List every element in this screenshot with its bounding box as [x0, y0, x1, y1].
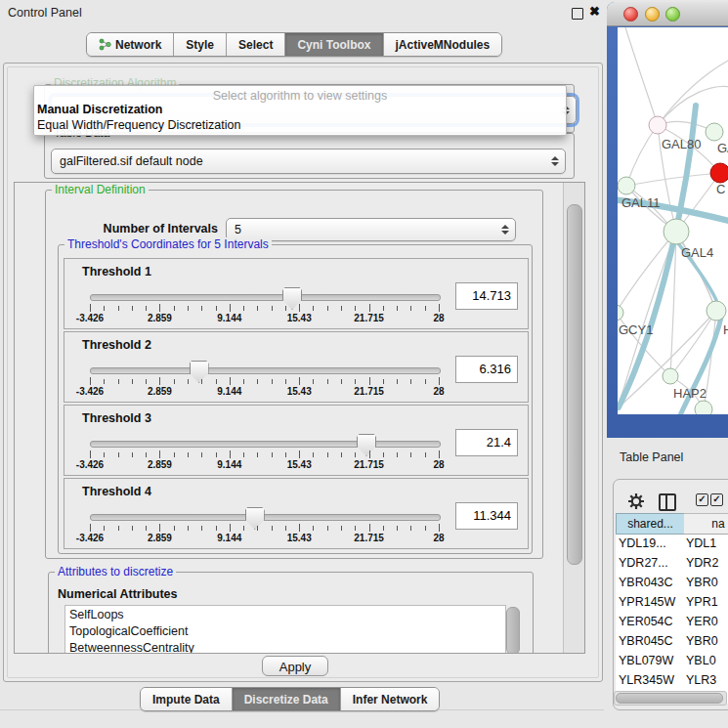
table-hscrollbar-track[interactable] [614, 691, 727, 706]
tick-mark [104, 526, 105, 531]
table-data-combobox[interactable]: galFiltered.sif default node [51, 149, 566, 174]
table-row[interactable]: YDR27...YDR2 [616, 553, 728, 573]
tick-label: 15.43 [270, 533, 328, 543]
cell-shared-name: YDL19... [619, 534, 666, 553]
tick-label: -3.426 [61, 459, 119, 470]
algorithm-option[interactable]: Equal Width/Frequency Discretization [37, 118, 240, 132]
float-window-icon[interactable] [572, 8, 583, 20]
dropdown-hint: Select algorithm to view settings [34, 89, 566, 103]
slider-track[interactable] [90, 441, 441, 448]
attribute-list-item[interactable]: TopologicalCoefficient [65, 622, 505, 639]
slider-track[interactable] [90, 294, 441, 301]
slider-track[interactable] [90, 367, 441, 374]
close-icon[interactable]: ✖ [589, 4, 600, 19]
checkbox-icon[interactable]: ✓ [696, 493, 708, 506]
tick-mark [397, 452, 398, 457]
attribute-list-item[interactable]: SelfLoops [65, 606, 505, 622]
close-traffic-light-icon[interactable] [623, 7, 638, 21]
tick-mark [327, 306, 328, 311]
threshold-value-field[interactable]: 21.4 [455, 429, 518, 456]
table-row[interactable]: YER054CYER0 [616, 612, 728, 631]
network-node[interactable] [649, 116, 666, 134]
node-table: shared... na YDL19...YDL1YDR27...YDR2YBR… [616, 513, 728, 704]
network-graph: GAL80GACGAL11GAL4GCY1HHAP2 [618, 27, 728, 414]
threshold-label: Threshold 2 [82, 338, 151, 352]
slider-thumb[interactable] [245, 507, 265, 530]
tick-mark [341, 526, 342, 531]
tick-mark [243, 526, 244, 531]
tick-mark [90, 377, 91, 385]
table-panel-title: Table Panel [620, 450, 683, 464]
panel-title: Control Panel [8, 6, 82, 20]
tick-mark [327, 452, 328, 457]
threshold-value-field[interactable]: 6.316 [455, 356, 518, 383]
tick-mark [104, 452, 105, 457]
tab-network[interactable]: Network [87, 33, 173, 56]
tick-mark [272, 306, 273, 311]
tab-select[interactable]: Select [226, 33, 284, 56]
node-label: C [716, 182, 725, 196]
column-layout-icon[interactable] [659, 493, 676, 511]
tick-mark [272, 379, 273, 384]
table-row[interactable]: YBR043CYBR0 [616, 573, 728, 592]
tick-mark [327, 379, 328, 384]
tab-jactivemnodules[interactable]: jActiveMNodules [383, 33, 502, 56]
settings-scrollbar-track[interactable] [563, 183, 584, 653]
list-scrollbar-thumb[interactable] [506, 607, 520, 654]
tick-label: 15.43 [270, 459, 328, 470]
table-row[interactable]: YBL079WYBL0 [616, 651, 728, 670]
table-row[interactable]: YLR345WYLR3 [616, 670, 728, 690]
network-node[interactable] [707, 301, 726, 321]
network-node[interactable] [706, 123, 723, 141]
tab-discretize-data[interactable]: Discretize Data [232, 688, 340, 710]
settings-scrollbar-thumb[interactable] [567, 204, 582, 565]
network-node[interactable] [663, 368, 678, 384]
tab-style[interactable]: Style [173, 33, 226, 56]
table-row[interactable]: YBR045CYBR0 [616, 631, 728, 651]
algorithm-option[interactable]: Manual Discretization [37, 103, 163, 116]
tick-mark [425, 452, 426, 457]
checkbox-icon[interactable]: ✓ [710, 493, 723, 506]
network-node[interactable] [695, 401, 712, 414]
tick-mark [410, 306, 411, 311]
cell-name: YLR3 [686, 670, 716, 690]
tick-mark [397, 526, 398, 531]
column-header-shared[interactable]: shared... [616, 513, 685, 535]
tick-mark [285, 526, 286, 531]
minimize-traffic-light-icon[interactable] [645, 7, 660, 21]
network-node[interactable] [664, 219, 689, 244]
slider-track[interactable] [90, 514, 441, 521]
numerical-attributes-list[interactable]: SelfLoopsTopologicalCoefficientBetweenne… [64, 605, 506, 654]
slider-thumb[interactable] [190, 361, 209, 383]
top-tab-bar: NetworkStyleSelectCyni ToolboxjActiveMNo… [86, 32, 502, 57]
network-canvas[interactable]: GAL80GACGAL11GAL4GCY1HHAP2 [618, 27, 728, 414]
gear-icon[interactable] [626, 492, 646, 511]
network-window-titlebar[interactable] [607, 2, 728, 26]
combo-arrows-icon [500, 225, 509, 235]
tick-mark [201, 452, 202, 457]
tab-impute-data[interactable]: Impute Data [141, 688, 232, 710]
apply-button[interactable]: Apply [262, 656, 328, 676]
network-node[interactable] [710, 163, 728, 183]
tab-infer-network[interactable]: Infer Network [340, 688, 440, 710]
table-hscrollbar-thumb[interactable] [616, 693, 723, 704]
combo-arrows-icon [550, 156, 559, 166]
network-node[interactable] [618, 177, 635, 194]
column-header-name[interactable]: na [684, 513, 728, 535]
zoom-traffic-light-icon[interactable] [665, 7, 680, 21]
table-row[interactable]: YPR145WYPR1 [616, 592, 728, 612]
attribute-list-item[interactable]: BetweennessCentrality [65, 639, 505, 654]
tick-mark [355, 306, 356, 311]
slider-thumb[interactable] [357, 434, 376, 456]
network-node[interactable] [618, 305, 623, 321]
threshold-value-field[interactable]: 11.344 [455, 502, 518, 530]
tick-mark [285, 452, 286, 457]
tick-mark [174, 452, 175, 457]
cell-shared-name: YDR27... [619, 553, 668, 573]
tick-mark [159, 304, 160, 312]
threshold-value-field[interactable]: 14.713 [455, 282, 518, 310]
cell-name: YBR0 [686, 573, 718, 592]
algorithm-dropdown-popup: Select algorithm to view settings Manual… [33, 85, 567, 136]
table-row[interactable]: YDL19...YDL1 [616, 534, 728, 553]
tab-cyni-toolbox[interactable]: Cyni Toolbox [284, 33, 382, 56]
